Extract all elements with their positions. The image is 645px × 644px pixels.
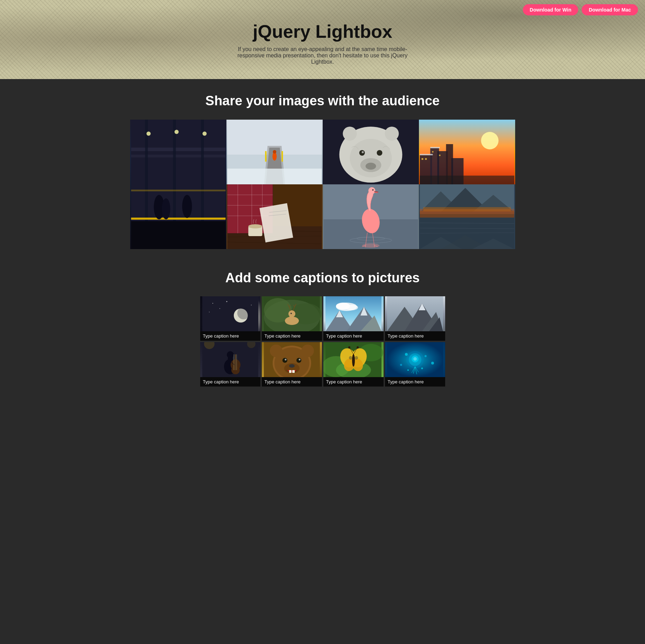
svg-rect-21 (281, 151, 283, 162)
caption-item-underwater[interactable]: Type caption here (385, 342, 445, 387)
gallery-item-cozy[interactable] (226, 184, 323, 249)
caption-item-moon[interactable]: Type caption here (200, 296, 260, 341)
gallery-item-flamingo[interactable] (323, 184, 419, 249)
flamingo-image (323, 184, 419, 249)
svg-point-102 (209, 312, 210, 312)
caption-label-underwater: Type caption here (385, 377, 445, 387)
svg-point-66 (248, 224, 262, 228)
svg-rect-45 (420, 176, 514, 184)
gallery-item-mountain-lake[interactable] (419, 184, 515, 249)
svg-rect-151 (292, 370, 295, 373)
svg-rect-44 (439, 155, 440, 156)
svg-rect-43 (432, 151, 433, 153)
svg-point-72 (368, 187, 375, 194)
caption-label-moon: Type caption here (200, 331, 260, 341)
svg-point-73 (372, 189, 373, 191)
caption-label-deer: Type caption here (262, 331, 322, 341)
svg-point-147 (296, 358, 301, 363)
svg-point-103 (251, 305, 252, 305)
svg-point-181 (413, 357, 417, 361)
svg-rect-88 (423, 207, 511, 211)
gallery-item-subway[interactable] (130, 120, 226, 249)
svg-point-110 (288, 310, 295, 317)
svg-rect-46 (420, 154, 433, 155)
svg-point-165 (348, 346, 350, 348)
svg-point-100 (219, 308, 220, 309)
caption-grid: Type caption here (200, 296, 445, 387)
svg-rect-150 (289, 370, 292, 373)
gallery-grid (130, 120, 515, 249)
svg-point-176 (400, 364, 402, 366)
svg-point-175 (425, 355, 427, 357)
svg-point-149 (299, 359, 300, 361)
svg-rect-14 (131, 190, 225, 191)
svg-rect-96 (202, 296, 258, 331)
svg-point-9 (162, 198, 170, 219)
mtn2-thumb-image (385, 296, 445, 331)
header-subtitle: If you need to create an eye-appealing a… (232, 46, 414, 65)
gallery-section: Share your images with the audience (0, 79, 645, 256)
svg-point-145 (289, 364, 295, 368)
gallery-item-city-sunset[interactable] (419, 120, 515, 184)
gallery-item-polar-bear[interactable] (323, 120, 419, 184)
svg-point-162 (349, 356, 352, 360)
svg-rect-42 (425, 158, 427, 160)
butterfly-thumb-image (323, 342, 384, 377)
caption-item-guitar[interactable]: Type caption here (200, 342, 260, 387)
svg-point-177 (431, 362, 434, 365)
svg-rect-6 (131, 221, 225, 249)
caption-section: Add some captions to pictures Type capti… (0, 256, 645, 401)
caption-item-butterfly[interactable]: Type caption here (323, 342, 384, 387)
svg-rect-19 (227, 169, 322, 184)
svg-rect-41 (421, 158, 423, 160)
svg-point-153 (301, 345, 314, 357)
caption-label-mountain2: Type caption here (385, 331, 445, 341)
svg-point-111 (290, 313, 292, 314)
snowy-road-image (226, 120, 323, 184)
caption-item-mountain2[interactable]: Type caption here (385, 296, 445, 341)
download-win-button[interactable]: Download for Win (523, 4, 579, 15)
caption-item-bear[interactable]: Type caption here (262, 342, 322, 387)
svg-point-35 (481, 132, 498, 149)
svg-point-31 (362, 151, 364, 153)
caption-label-guitar: Type caption here (200, 377, 260, 387)
caption-section-title: Add some captions to pictures (7, 270, 638, 286)
svg-rect-61 (259, 203, 293, 242)
svg-point-28 (365, 163, 376, 170)
underwater-thumb-image (385, 342, 445, 377)
svg-point-101 (226, 301, 227, 302)
svg-point-115 (345, 305, 358, 310)
caption-label-bear: Type caption here (262, 377, 322, 387)
caption-label-mountain-sky: Type caption here (323, 331, 384, 341)
bear-thumb-image (262, 342, 322, 377)
caption-item-mountain-sky[interactable]: Type caption here (323, 296, 384, 341)
svg-point-148 (285, 359, 286, 361)
svg-rect-47 (430, 147, 440, 148)
svg-point-33 (385, 127, 399, 141)
svg-point-13 (202, 132, 206, 136)
svg-rect-7 (131, 218, 225, 220)
download-mac-button[interactable]: Download for Mac (582, 4, 638, 15)
guitar-thumb-image (200, 342, 260, 377)
svg-point-11 (146, 132, 150, 136)
svg-point-146 (282, 358, 287, 363)
deer-thumb-image (262, 296, 322, 331)
svg-point-80 (362, 243, 379, 248)
svg-point-179 (421, 368, 423, 369)
svg-point-174 (405, 353, 408, 356)
caption-item-deer[interactable]: Type caption here (262, 296, 322, 341)
svg-point-152 (270, 345, 282, 357)
svg-point-163 (355, 356, 358, 360)
svg-point-10 (182, 195, 192, 218)
gallery-section-title: Share your images with the audience (7, 93, 638, 109)
svg-point-166 (357, 346, 359, 348)
subway-image (130, 120, 226, 249)
download-buttons-container: Download for Win Download for Mac (523, 4, 638, 15)
svg-point-132 (227, 351, 234, 358)
svg-point-23 (273, 150, 276, 154)
page-title: jQuery Lightbox (253, 21, 392, 42)
mountain-lake-image (419, 184, 515, 249)
gallery-item-snowy-road[interactable] (226, 120, 323, 184)
svg-point-178 (407, 369, 409, 371)
svg-point-12 (174, 130, 178, 134)
